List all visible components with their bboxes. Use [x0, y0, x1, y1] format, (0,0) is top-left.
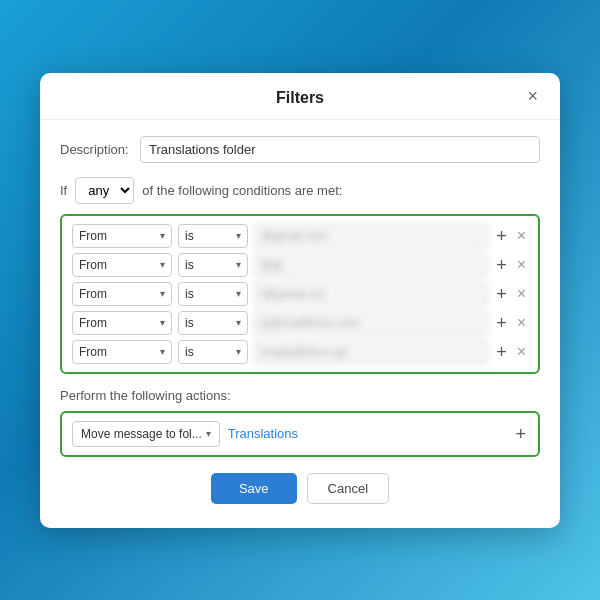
field-select-2[interactable]: From ▾ — [72, 253, 172, 277]
add-condition-4[interactable]: + — [494, 314, 509, 332]
op-select-4[interactable]: is ▾ — [178, 311, 248, 335]
add-condition-1[interactable]: + — [494, 227, 509, 245]
action-select[interactable]: Move message to fol... ▾ — [72, 421, 220, 447]
chevron-icon-op4: ▾ — [236, 317, 241, 328]
add-condition-5[interactable]: + — [494, 343, 509, 361]
field-select-5[interactable]: From ▾ — [72, 340, 172, 364]
remove-condition-3[interactable]: × — [515, 286, 528, 302]
action-select-label: Move message to fol... — [81, 427, 202, 441]
remove-condition-2[interactable]: × — [515, 257, 528, 273]
op-select-3[interactable]: is ▾ — [178, 282, 248, 306]
condition-row: From ▾ is ▾ @gmail.com + × — [72, 224, 528, 248]
chevron-action-icon: ▾ — [206, 428, 211, 439]
field-label-4: From — [79, 316, 107, 330]
field-select-3[interactable]: From ▾ — [72, 282, 172, 306]
dialog-title: Filters — [276, 89, 324, 107]
op-select-1[interactable]: is ▾ — [178, 224, 248, 248]
dialog-body: Description: If any of the following con… — [40, 120, 560, 528]
conditions-box: From ▾ is ▾ @gmail.com + × From ▾ is — [60, 214, 540, 374]
value-4: ja@mailfence.com — [254, 311, 488, 335]
if-label: If — [60, 183, 67, 198]
condition-row: From ▾ is ▾ ja@mailfence.com + × — [72, 311, 528, 335]
value-2: @gi — [254, 253, 488, 277]
save-button[interactable]: Save — [211, 473, 297, 504]
op-label-4: is — [185, 316, 194, 330]
chevron-icon-op5: ▾ — [236, 346, 241, 357]
op-label-1: is — [185, 229, 194, 243]
field-label-3: From — [79, 287, 107, 301]
close-button[interactable]: × — [521, 85, 544, 107]
op-label-3: is — [185, 287, 194, 301]
value-3: t@gmail.cor — [254, 282, 488, 306]
chevron-icon-4: ▾ — [160, 317, 165, 328]
any-select[interactable]: any — [75, 177, 134, 204]
add-condition-3[interactable]: + — [494, 285, 509, 303]
actions-label: Perform the following actions: — [60, 388, 540, 403]
op-select-5[interactable]: is ▾ — [178, 340, 248, 364]
condition-row: From ▾ is ▾ t@gmail.cor + × — [72, 282, 528, 306]
cancel-button[interactable]: Cancel — [307, 473, 389, 504]
chevron-icon-op2: ▾ — [236, 259, 241, 270]
filters-dialog: Filters × Description: If any of the fol… — [40, 73, 560, 528]
chevron-icon-2: ▾ — [160, 259, 165, 270]
chevron-icon-1: ▾ — [160, 230, 165, 241]
description-label: Description: — [60, 142, 132, 157]
chevron-icon-3: ▾ — [160, 288, 165, 299]
condition-row: From ▾ is ▾ oreply@docs.go + × — [72, 340, 528, 364]
action-folder-label: Translations — [228, 426, 298, 441]
chevron-icon-5: ▾ — [160, 346, 165, 357]
remove-condition-5[interactable]: × — [515, 344, 528, 360]
description-row: Description: — [60, 136, 540, 163]
value-1: @gmail.com — [254, 224, 488, 248]
remove-condition-1[interactable]: × — [515, 228, 528, 244]
op-label-2: is — [185, 258, 194, 272]
if-row: If any of the following conditions are m… — [60, 177, 540, 204]
dialog-footer: Save Cancel — [60, 473, 540, 508]
add-action-button[interactable]: + — [513, 425, 528, 443]
op-label-5: is — [185, 345, 194, 359]
field-label-2: From — [79, 258, 107, 272]
description-input[interactable] — [140, 136, 540, 163]
op-select-2[interactable]: is ▾ — [178, 253, 248, 277]
value-5: oreply@docs.go — [254, 340, 488, 364]
field-select-4[interactable]: From ▾ — [72, 311, 172, 335]
dialog-header: Filters × — [40, 73, 560, 120]
chevron-icon-op3: ▾ — [236, 288, 241, 299]
field-label-1: From — [79, 229, 107, 243]
remove-condition-4[interactable]: × — [515, 315, 528, 331]
conditions-text: of the following conditions are met: — [142, 183, 342, 198]
field-label-5: From — [79, 345, 107, 359]
add-condition-2[interactable]: + — [494, 256, 509, 274]
actions-box: Move message to fol... ▾ Translations + — [60, 411, 540, 457]
field-select-1[interactable]: From ▾ — [72, 224, 172, 248]
chevron-icon-op1: ▾ — [236, 230, 241, 241]
condition-row: From ▾ is ▾ @gi + × — [72, 253, 528, 277]
